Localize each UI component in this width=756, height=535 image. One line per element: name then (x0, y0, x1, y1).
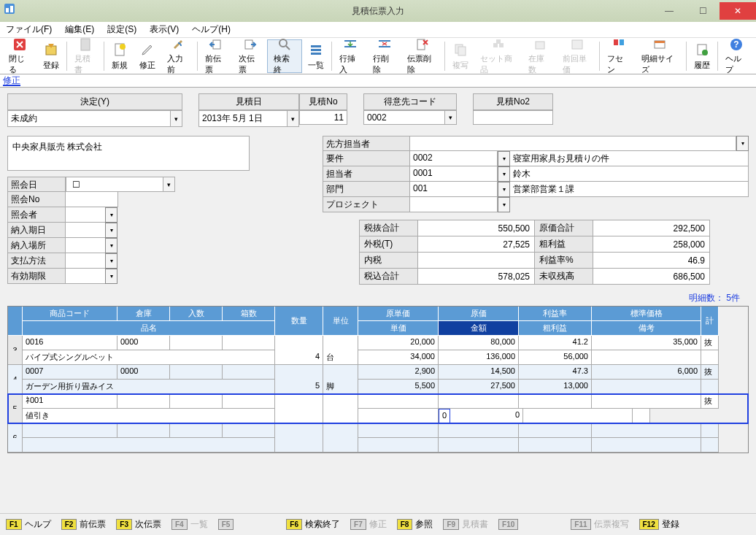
total-cell[interactable]: 抜 (701, 336, 719, 350)
chevron-down-icon[interactable]: ▾ (105, 269, 117, 284)
f1-help[interactable]: F1ヘルプ (6, 518, 51, 531)
total-cell[interactable] (701, 423, 719, 438)
unit-cell[interactable] (323, 438, 358, 453)
profit-rate-cell[interactable]: 47.3 (519, 365, 592, 380)
remarks-cell[interactable] (592, 438, 701, 453)
pack-cell[interactable] (170, 365, 223, 380)
amount-cell[interactable]: 27,500 (439, 380, 519, 394)
orig-cost-cell[interactable] (439, 423, 519, 438)
tanto-value[interactable]: 鈴木 (510, 166, 749, 182)
orig-cost-cell[interactable] (439, 394, 519, 409)
tb-prev-price[interactable]: 前回単価 (557, 39, 598, 73)
box-cell[interactable] (223, 336, 275, 350)
tb-slip-delete[interactable]: 伝票削除 (401, 39, 443, 73)
code-cell[interactable]: 0016 (23, 336, 117, 350)
warehouse-cell[interactable]: 0000 (117, 336, 170, 350)
f3-next[interactable]: F3次伝票 (116, 518, 161, 531)
tb-before-input[interactable]: 入力前 (161, 39, 195, 73)
warehouse-cell[interactable] (117, 394, 170, 409)
amount-cell-active[interactable]: 0 (439, 409, 450, 423)
f2-prev[interactable]: F2前伝票 (61, 518, 107, 531)
tb-estimate[interactable]: 見積書 (69, 39, 102, 73)
f6-search-end[interactable]: F6検索終了 (286, 518, 340, 531)
tb-register[interactable]: 登録 (36, 39, 64, 73)
qty-cell[interactable] (275, 409, 323, 423)
unit-cell[interactable]: 台 (323, 350, 358, 365)
tb-row-delete[interactable]: 行削除 (367, 39, 401, 73)
tb-fusen[interactable]: フセン (601, 39, 635, 73)
estimate-date-input[interactable]: 2013年 5月 1日 ▾ (198, 110, 299, 127)
qty-cell[interactable]: 4 (275, 350, 323, 365)
tb-row-insert[interactable]: 行挿入 (333, 39, 367, 73)
yuko-input[interactable] (66, 269, 106, 284)
profit-cell[interactable]: 13,000 (519, 380, 592, 394)
profit-cell[interactable]: 0 (450, 409, 523, 423)
shokaino-input[interactable] (66, 192, 118, 207)
chevron-down-icon[interactable]: ▾ (498, 151, 510, 166)
menu-settings[interactable]: 設定(S) (107, 23, 136, 36)
orig-price-cell[interactable] (358, 394, 439, 409)
tb-prev-slip[interactable]: 前伝票 (199, 39, 233, 73)
estimate-no-input[interactable] (299, 110, 347, 125)
total-cell[interactable]: 抜 (701, 365, 719, 380)
chevron-down-icon[interactable]: ▾ (498, 197, 510, 212)
orig-price-cell[interactable]: 20,000 (358, 336, 439, 350)
profit-rate-cell[interactable] (519, 394, 592, 409)
tb-next-slip[interactable]: 次伝票 (233, 39, 266, 73)
senpo-value[interactable] (410, 136, 736, 151)
price-cell[interactable]: 34,000 (358, 350, 439, 365)
std-price-cell[interactable] (592, 394, 701, 409)
shokaibi-input[interactable]: ☐▾ (66, 177, 175, 192)
remarks-cell[interactable] (592, 350, 701, 365)
menu-help[interactable]: ヘルプ(H) (192, 23, 231, 36)
chevron-down-icon[interactable]: ▾ (105, 238, 117, 253)
warehouse-cell[interactable] (117, 423, 170, 438)
shiharai-input[interactable] (66, 253, 106, 269)
qty-cell[interactable] (275, 438, 323, 453)
std-price-cell[interactable] (592, 423, 701, 438)
tb-stock[interactable]: 在庫数 (522, 39, 556, 73)
name-cell[interactable]: 値引き (23, 409, 275, 423)
profit-cell[interactable]: 56,000 (519, 350, 592, 365)
menu-file[interactable]: ファイル(F) (6, 23, 52, 36)
amount-cell[interactable] (439, 438, 519, 453)
maximize-button[interactable]: ☐ (686, 2, 720, 20)
profit-rate-cell[interactable] (519, 423, 592, 438)
bumon-value[interactable]: 営業部営業１課 (510, 182, 749, 197)
menu-edit[interactable]: 編集(E) (65, 23, 94, 36)
box-cell[interactable] (223, 423, 275, 438)
chevron-down-icon[interactable]: ▾ (105, 253, 117, 269)
kenmei-code[interactable]: 0002 (410, 151, 498, 166)
nounyukijitsu-input[interactable] (66, 223, 106, 238)
f8-ref[interactable]: F8参照 (397, 518, 433, 531)
f5[interactable]: F5 (218, 519, 237, 530)
f7-edit[interactable]: F7修正 (350, 518, 387, 531)
name-cell[interactable]: パイプ式シングルベット (23, 350, 275, 365)
remarks-cell[interactable] (523, 409, 633, 423)
pack-cell[interactable] (170, 394, 223, 409)
code-cell[interactable]: ﾈ001 (23, 394, 117, 409)
f4-list[interactable]: F4一覧 (171, 518, 208, 531)
price-cell[interactable] (358, 438, 439, 453)
estimate-no2-input[interactable] (473, 110, 553, 125)
kenmei-value[interactable]: 寝室用家具お見積りの件 (510, 151, 749, 166)
unit-cell[interactable]: 脚 (323, 380, 358, 394)
shokaisha-input[interactable] (66, 207, 106, 223)
std-price-cell[interactable]: 35,000 (592, 336, 701, 350)
std-price-cell[interactable]: 6,000 (592, 365, 701, 380)
pack-cell[interactable] (170, 423, 223, 438)
box-cell[interactable] (223, 394, 275, 409)
tb-list[interactable]: 一覧 (302, 39, 330, 73)
f10[interactable]: F10 (498, 519, 521, 530)
profit-cell[interactable] (519, 438, 592, 453)
tb-search-end[interactable]: 検索終 (267, 39, 302, 73)
qty-cell[interactable]: 5 (275, 380, 323, 394)
tb-help[interactable]: ?ヘルプ (720, 39, 753, 73)
tb-detail-size[interactable]: 明細サイズ (636, 39, 684, 73)
chevron-down-icon[interactable]: ▾ (736, 136, 749, 151)
pack-cell[interactable] (170, 336, 223, 350)
amount-cell[interactable]: 136,000 (439, 350, 519, 365)
name-cell[interactable]: ガーデン用折り畳みイス (23, 380, 275, 394)
price-cell[interactable]: 5,500 (358, 380, 439, 394)
tb-new[interactable]: 新規 (106, 39, 134, 73)
